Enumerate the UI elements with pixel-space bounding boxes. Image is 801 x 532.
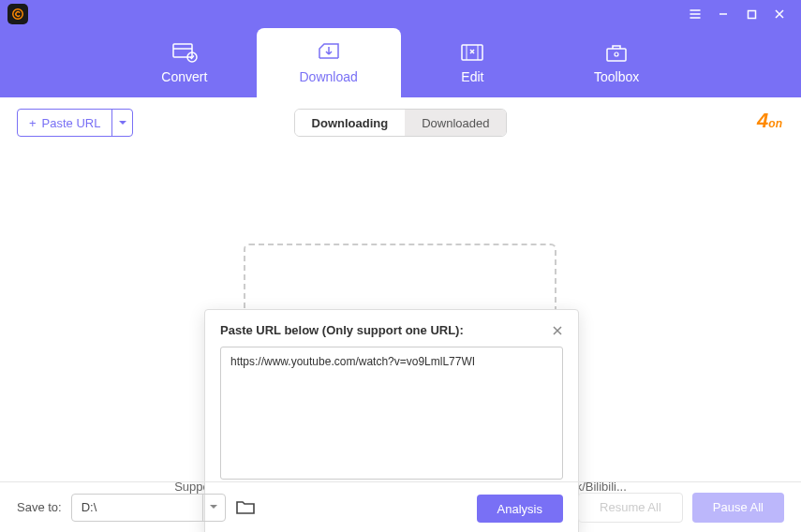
modal-close-button[interactable] [552, 325, 563, 336]
seg-downloaded[interactable]: Downloaded [405, 110, 506, 136]
save-to-label: Save to: [17, 500, 62, 514]
paste-url-button[interactable]: + Paste URL [17, 109, 133, 137]
paste-url-dropdown[interactable] [111, 110, 132, 136]
open-folder-button[interactable] [235, 499, 256, 516]
svg-point-6 [615, 52, 618, 56]
content-area: Copy URL and click here to download Past… [0, 142, 801, 442]
tab-label: Convert [161, 69, 207, 84]
tab-label: Download [299, 69, 357, 84]
tab-edit[interactable]: Edit [401, 28, 545, 97]
tab-toolbox[interactable]: Toolbox [544, 28, 689, 97]
paste-url-main[interactable]: + Paste URL [18, 110, 111, 136]
save-path-value: D:\ [72, 495, 202, 521]
svg-point-0 [13, 9, 23, 20]
close-button[interactable] [765, 0, 794, 28]
main-tabs: Convert Download Edit Toolbox [0, 28, 801, 97]
modal-title: Paste URL below (Only support one URL): [220, 323, 552, 337]
tab-convert[interactable]: Convert [112, 28, 257, 97]
plus-icon: + [29, 116, 37, 130]
svg-rect-1 [748, 10, 755, 18]
paste-url-label: Paste URL [42, 116, 101, 130]
app-logo [7, 4, 28, 24]
save-path-select[interactable]: D:\ [71, 494, 226, 522]
footer-bar: Save to: D:\ Resume All Pause All [0, 481, 801, 532]
chevron-down-icon[interactable] [202, 495, 225, 521]
svg-rect-2 [173, 44, 192, 57]
menu-icon[interactable] [681, 0, 709, 28]
tab-download[interactable]: Download [257, 28, 401, 97]
title-bar [0, 0, 801, 28]
accelerate-badge[interactable]: 4on [757, 109, 782, 133]
download-segment: Downloading Downloaded [294, 109, 508, 137]
tab-label: Toolbox [594, 69, 639, 84]
seg-downloading[interactable]: Downloading [295, 110, 406, 136]
maximize-button[interactable] [737, 0, 765, 28]
pause-all-button[interactable]: Pause All [692, 493, 784, 523]
minimize-button[interactable] [709, 0, 737, 28]
url-input[interactable] [220, 347, 563, 480]
resume-all-button[interactable]: Resume All [578, 493, 683, 523]
tab-label: Edit [461, 69, 483, 84]
toolbar: + Paste URL Downloading Downloaded 4on [0, 103, 801, 142]
svg-rect-5 [607, 49, 626, 61]
